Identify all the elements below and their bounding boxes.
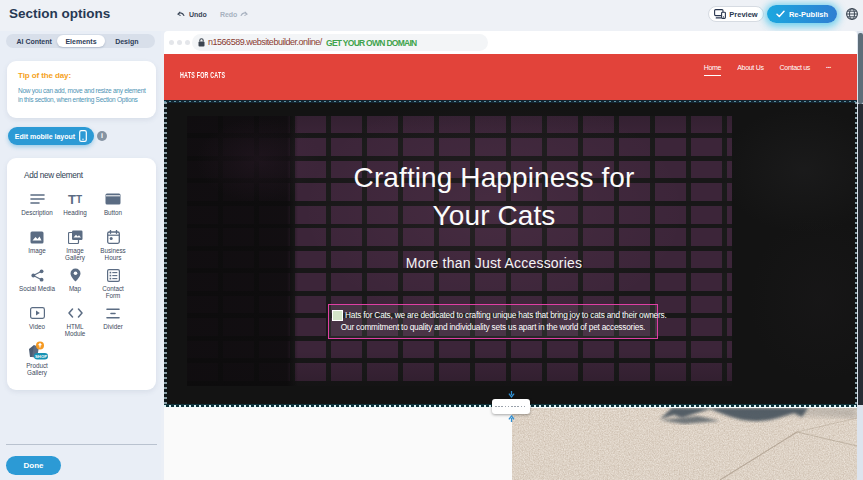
svg-text:SHOP: SHOP (35, 354, 47, 359)
